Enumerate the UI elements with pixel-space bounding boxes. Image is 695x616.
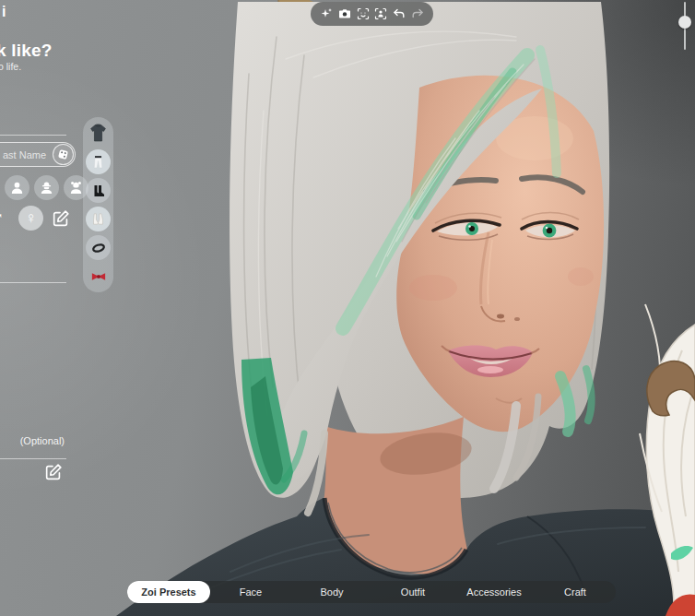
panel-divider	[0, 458, 66, 459]
tab-body[interactable]: Body	[291, 581, 372, 603]
face-scan-icon	[357, 7, 370, 20]
body-scan-button[interactable]	[373, 6, 389, 22]
wardrobe-item-top[interactable]	[86, 121, 111, 146]
photo-capture-button[interactable]	[336, 6, 352, 22]
category-tab-bar: Zoi Presets Face Body Outfit Accessories…	[127, 581, 616, 603]
page-subtitle-fragment: o life.	[0, 61, 21, 72]
age-option-young-adult[interactable]	[5, 175, 29, 200]
camera-zoom-slider-knob[interactable]	[678, 16, 691, 29]
body-scan-icon	[374, 7, 387, 20]
wardrobe-item-boots[interactable]	[86, 178, 111, 203]
viewport-toolbar	[311, 2, 433, 26]
face-scan-button[interactable]	[355, 6, 371, 22]
age-option-middle-aged[interactable]	[34, 175, 59, 200]
sparkles-icon	[320, 7, 333, 20]
redo-icon	[411, 7, 424, 20]
tshirt-thumbnail-icon	[86, 121, 111, 146]
pants-thumbnail-icon	[90, 154, 106, 170]
gender-option-male[interactable]: ♂	[0, 209, 11, 227]
heels-thumbnail-icon	[90, 211, 106, 227]
tab-face[interactable]: Face	[210, 581, 291, 603]
adult-person-icon	[9, 180, 25, 195]
wardrobe-item-bottoms[interactable]	[86, 149, 111, 174]
tab-outfit[interactable]: Outfit	[372, 581, 454, 603]
compose-icon	[51, 208, 71, 229]
boots-thumbnail-icon	[90, 183, 107, 199]
last-name-field[interactable]	[0, 142, 76, 167]
bow-thumbnail-icon	[90, 268, 107, 285]
undo-icon	[393, 7, 406, 20]
band-thumbnail-icon	[90, 240, 107, 256]
wardrobe-rail	[83, 117, 113, 292]
undo-button[interactable]	[392, 6, 407, 22]
gender-option-female[interactable]: ♀	[18, 206, 43, 231]
panel-divider	[0, 282, 66, 283]
wardrobe-item-hairband[interactable]	[86, 235, 111, 260]
ai-enhance-button[interactable]	[318, 6, 334, 22]
notes-edit-button[interactable]	[43, 462, 64, 482]
gender-options-row: ♂ ♀	[0, 206, 71, 231]
tab-accessories[interactable]: Accessories	[454, 581, 535, 603]
last-name-input[interactable]	[0, 149, 53, 160]
character-creator-screen: i k like? o life.	[0, 0, 695, 616]
panel-divider	[0, 135, 66, 136]
person-with-hat-icon	[39, 180, 54, 195]
redo-button[interactable]	[410, 6, 426, 22]
female-symbol-icon: ♀	[25, 210, 37, 226]
custom-gender-edit-button[interactable]	[51, 208, 71, 229]
randomize-name-button[interactable]	[53, 144, 74, 165]
camera-icon	[338, 7, 351, 20]
character-render-viewport[interactable]	[0, 0, 695, 616]
tab-craft[interactable]: Craft	[535, 581, 616, 603]
wardrobe-item-bow[interactable]	[86, 264, 111, 289]
age-options-row	[5, 175, 88, 200]
page-heading-fragment: k like?	[0, 41, 53, 61]
dice-icon	[57, 148, 69, 160]
tab-zoi-presets[interactable]: Zoi Presets	[127, 581, 210, 603]
wardrobe-item-shoes[interactable]	[86, 207, 111, 231]
optional-label: (Optional)	[0, 435, 65, 446]
compose-icon	[43, 462, 64, 482]
app-logo-fragment: i	[2, 4, 6, 20]
senior-person-icon	[68, 180, 84, 195]
